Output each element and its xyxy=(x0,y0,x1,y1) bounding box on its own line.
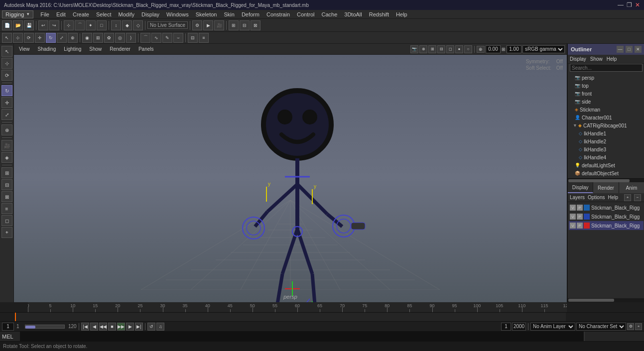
minimize-btn[interactable]: — xyxy=(618,1,624,8)
current-frame-field[interactable]: 1 xyxy=(2,323,14,331)
layer-new-btn[interactable]: + xyxy=(624,194,631,201)
tab-render[interactable]: Render xyxy=(593,182,619,193)
menu-skin[interactable]: Skin xyxy=(221,11,237,18)
vp-menu-shading[interactable]: Shading xyxy=(35,46,59,52)
tool-c[interactable]: ⊠ xyxy=(1,191,12,202)
max-time-input[interactable]: 2000 xyxy=(512,323,526,331)
lasso-select-btn[interactable]: ⊹ xyxy=(13,33,23,43)
range-start-input[interactable] xyxy=(501,323,511,331)
anim-layer-select[interactable]: No Anim Layer xyxy=(530,323,575,331)
menu-3dto[interactable]: 3DtoAll xyxy=(341,11,365,18)
rotate-tool[interactable]: ↻ xyxy=(1,85,12,96)
select-obj-btn[interactable]: ◆ xyxy=(122,20,132,30)
menu-skeleton[interactable]: Skeleton xyxy=(193,11,220,18)
play-fwd-btn[interactable]: ▶▶ xyxy=(117,323,125,331)
tool-f[interactable]: ⌖ xyxy=(1,227,12,238)
stop-btn[interactable]: ■ xyxy=(108,323,116,331)
scale-tool[interactable]: ⤢ xyxy=(1,109,12,120)
cluster-btn[interactable]: ✿ xyxy=(104,33,114,43)
char-set-btn2[interactable]: + xyxy=(635,323,642,330)
select-tool[interactable]: ↖ xyxy=(1,46,12,57)
outliner-close-btn[interactable]: ✕ xyxy=(635,46,642,53)
camera-btn6[interactable]: ● xyxy=(455,45,463,53)
outliner-search-input[interactable] xyxy=(570,64,643,72)
menu-windows[interactable]: Windows xyxy=(163,11,192,18)
close-btn[interactable]: ✕ xyxy=(635,1,640,8)
play-back-btn[interactable]: ◀◀ xyxy=(99,323,107,331)
goto-end-btn[interactable]: ▶| xyxy=(135,323,143,331)
render-view[interactable]: 🎥 xyxy=(1,140,12,151)
menu-modify[interactable]: Modify xyxy=(116,11,137,18)
menu-select[interactable]: Select xyxy=(93,11,115,18)
snap-view-btn[interactable]: □ xyxy=(97,20,107,30)
step-back-btn[interactable]: ◀ xyxy=(90,323,98,331)
snap-curve-btn[interactable]: ⌒ xyxy=(75,20,85,30)
layer-row-3[interactable]: V P Stickman_Black_Rigg xyxy=(569,221,644,230)
new-file-btn[interactable]: 📄 xyxy=(2,20,12,30)
maximize-btn[interactable]: ❐ xyxy=(627,1,632,8)
tree-item-persp[interactable]: 📷 persp xyxy=(569,74,644,82)
layer-p-2[interactable]: P xyxy=(577,214,583,220)
hypershade[interactable]: ◈ xyxy=(1,152,12,163)
menu-display[interactable]: Display xyxy=(138,11,162,18)
redo-btn[interactable]: ↪ xyxy=(49,20,59,30)
joint-tool-btn[interactable]: ◎ xyxy=(115,33,125,43)
menu-help[interactable]: Help xyxy=(393,11,410,18)
outliner-menu-display[interactable]: Display xyxy=(570,56,586,62)
show-ui-btn[interactable]: ⊞ xyxy=(229,20,239,30)
character-set-select[interactable]: No Character Set xyxy=(576,323,626,331)
tool-a[interactable]: ⊞ xyxy=(1,167,12,178)
goto-start-btn[interactable]: |◀ xyxy=(81,323,89,331)
far-clip-field[interactable]: 1.00 xyxy=(507,45,521,53)
tree-item-ikhandle3[interactable]: ◇ IkHandle3 xyxy=(569,145,644,153)
layer-vis-3[interactable]: V xyxy=(570,223,576,229)
tool-b[interactable]: ⊟ xyxy=(1,179,12,190)
near-clip-field[interactable]: 0.00 xyxy=(486,45,501,53)
mode-selector[interactable]: Rigging ▼ xyxy=(2,10,33,18)
select-hier-btn[interactable]: ↕ xyxy=(111,20,121,30)
tool-e[interactable]: ◻ xyxy=(1,215,12,226)
tree-item-catrig[interactable]: ▼ ◆ CATRigRibcage001 xyxy=(569,121,644,129)
vp-menu-panels[interactable]: Panels xyxy=(135,46,157,52)
layer-del-btn[interactable]: − xyxy=(634,194,641,201)
tree-item-top[interactable]: 📷 top xyxy=(569,82,644,90)
vp-menu-lighting[interactable]: Lighting xyxy=(61,46,84,52)
show-manip[interactable]: ⊕ xyxy=(1,124,12,135)
tree-item-stickman[interactable]: ◈ Stickman xyxy=(569,106,644,114)
paint-select-btn[interactable]: ⟳ xyxy=(24,33,34,43)
snap-grid-btn[interactable]: ⊹ xyxy=(64,20,74,30)
cb-menu-options[interactable]: Options xyxy=(588,195,605,200)
keyframe-bar[interactable] xyxy=(0,312,644,321)
render-btn[interactable]: ▶ xyxy=(203,20,213,30)
tab-display[interactable]: Display xyxy=(568,182,593,193)
outliner-maximize-btn[interactable]: □ xyxy=(626,46,633,53)
menu-redshift[interactable]: Redshift xyxy=(366,11,392,18)
lattice-btn[interactable]: ⊞ xyxy=(93,33,103,43)
cb-menu-help[interactable]: Help xyxy=(608,195,618,200)
rotate-tool-btn[interactable]: ↻ xyxy=(46,33,56,43)
tree-item-defaultlightset[interactable]: 💡 defaultLightSet xyxy=(569,161,644,169)
cb-menu-layers[interactable]: Layers xyxy=(570,195,585,200)
tree-item-ikhandle4[interactable]: ◇ IkHandle4 xyxy=(569,153,644,161)
frame-all-btn[interactable]: ⊠ xyxy=(251,20,260,30)
move-tool[interactable]: ✛ xyxy=(1,97,12,108)
audio-btn[interactable]: ♫ xyxy=(156,323,164,331)
layer-vis-1[interactable]: V xyxy=(570,205,576,211)
layer-vis-2[interactable]: V xyxy=(570,214,576,220)
bezier-btn[interactable]: ⌣ xyxy=(173,33,183,43)
toggle-isolate-btn[interactable]: ⊟ xyxy=(240,20,250,30)
menu-cache[interactable]: Cache xyxy=(318,11,340,18)
lasso-tool[interactable]: ⊹ xyxy=(1,58,12,69)
soft-mod-btn[interactable]: ◉ xyxy=(82,33,92,43)
menu-create[interactable]: Create xyxy=(70,11,92,18)
menu-deform[interactable]: Deform xyxy=(239,11,262,18)
select-tool-btn[interactable]: ↖ xyxy=(2,33,12,43)
camera-btn3[interactable]: ⊞ xyxy=(428,45,436,53)
menu-edit[interactable]: Edit xyxy=(53,11,69,18)
outliner-menu-help[interactable]: Help xyxy=(607,56,617,62)
menu-control[interactable]: Control xyxy=(294,11,317,18)
loop-btn[interactable]: ↺ xyxy=(147,323,155,331)
menu-constrain[interactable]: Constrain xyxy=(263,11,293,18)
camera-btn2[interactable]: ⊕ xyxy=(419,45,427,53)
curve-tool-btn[interactable]: ⌒ xyxy=(140,33,150,43)
